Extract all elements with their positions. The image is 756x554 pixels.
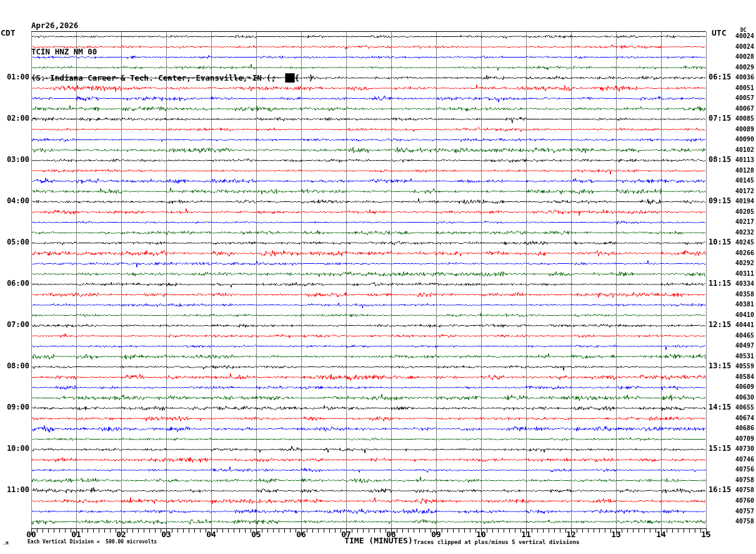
dc-value-label: 40024 — [735, 44, 754, 51]
header-date: Apr26,2026 — [31, 21, 314, 30]
helicorder-page: Apr26,2026 TCIN HNZ NM 00 (S. Indiana Ca… — [0, 0, 756, 554]
dc-value-label: 40194 — [735, 198, 754, 205]
dc-value-label: 40757 — [735, 508, 754, 515]
dc-value-label: 40746 — [735, 456, 754, 463]
dc-value-label: 40145 — [735, 178, 754, 184]
dc-value-label: 40232 — [735, 229, 754, 236]
dc-value-label: 40756 — [735, 466, 754, 473]
dc-value-label: 40531 — [735, 353, 754, 360]
dc-value-label: 40036 — [735, 74, 754, 81]
dc-value-label: 40674 — [735, 415, 754, 422]
dc-value-label: 40205 — [735, 209, 754, 216]
utc-hour-label: 07:15 — [709, 114, 731, 123]
dc-value-label: 40358 — [735, 291, 754, 298]
dc-value-label: 40758 — [735, 477, 754, 484]
cdt-hour-label: 07:00 — [0, 321, 29, 329]
dc-value-label: 40497 — [735, 343, 754, 350]
dc-value-label: 40609 — [735, 384, 754, 391]
cdt-hour-label: 05:00 — [0, 238, 29, 246]
header-location: (S. Indiana Career & Tech. Center, Evans… — [31, 74, 314, 83]
x-tick-label: 11 — [516, 530, 536, 539]
dc-value-label: 40245 — [735, 239, 754, 246]
utc-hour-label: 08:15 — [709, 156, 731, 164]
dc-value-label: 40217 — [735, 219, 754, 226]
footer-mark: .M — [3, 541, 8, 546]
x-tick-label: 02 — [111, 530, 131, 539]
dc-value-label: 40029 — [735, 64, 754, 71]
dc-value-label: 40051 — [735, 85, 754, 92]
utc-hour-label: 12:15 — [709, 321, 731, 329]
dc-value-label: 40686 — [735, 425, 754, 432]
dc-value-label: 40292 — [735, 260, 754, 267]
x-tick-label: 15 — [696, 530, 716, 539]
utc-hour-label: 16:15 — [709, 486, 731, 494]
cdt-hour-label: 11:00 — [0, 486, 29, 494]
dc-value-label: 40709 — [735, 436, 754, 443]
dc-value-label: 40113 — [735, 157, 754, 164]
dc-value-label: 40465 — [735, 333, 754, 340]
x-tick-label: 06 — [291, 530, 311, 539]
dc-value-label: 40730 — [735, 446, 754, 453]
x-tick-label: 00 — [21, 530, 41, 539]
dc-value-label: 40441 — [735, 322, 754, 329]
cdt-hour-label: 10:00 — [0, 445, 29, 453]
dc-value-label: 40266 — [735, 250, 754, 257]
utc-hour-label: 10:15 — [709, 238, 731, 246]
clip-note: Traces clipped at plus/minus 5 vertical … — [414, 540, 580, 545]
dc-value-label: 40334 — [735, 281, 754, 288]
dc-value-label: 40630 — [735, 395, 754, 401]
utc-hour-label: 13:15 — [709, 362, 731, 370]
dc-value-label: 40057 — [735, 95, 754, 102]
dc-value-label: 40655 — [735, 405, 754, 411]
x-tick-label: 03 — [156, 530, 176, 539]
x-tick-label: 14 — [651, 530, 671, 539]
cdt-hour-label: 04:00 — [0, 197, 29, 205]
utc-hour-label: 15:15 — [709, 445, 731, 453]
dc-value-label: 40102 — [735, 147, 754, 154]
right-axis-title: UTC — [712, 29, 726, 38]
dc-value-label: 40559 — [735, 363, 754, 370]
x-tick-label: 10 — [471, 530, 491, 539]
x-tick-label: 04 — [201, 530, 221, 539]
dc-value-label: 40381 — [735, 301, 754, 308]
dc-value-label: 40024 — [735, 33, 754, 40]
header-station: TCIN HNZ NM 00 — [31, 48, 314, 56]
dc-value-label: 40758 — [735, 518, 754, 525]
cdt-hour-label: 09:00 — [0, 403, 29, 411]
cdt-hour-label: 08:00 — [0, 362, 29, 370]
dc-value-label: 40128 — [735, 168, 754, 174]
dc-value-label: 40311 — [735, 271, 754, 278]
x-tick-label: 13 — [606, 530, 626, 539]
dc-value-label: 40085 — [735, 116, 754, 123]
x-tick-label: 01 — [66, 530, 86, 539]
dc-value-label: 40584 — [735, 374, 754, 381]
dc-value-label: 40760 — [735, 498, 754, 505]
utc-hour-label: 06:15 — [709, 73, 731, 81]
cdt-hour-label: 01:00 — [0, 73, 29, 81]
x-tick-label: 12 — [561, 530, 581, 539]
dc-value-label: 40090 — [735, 136, 754, 143]
utc-hour-label: 09:15 — [709, 197, 731, 205]
dc-value-label: 40028 — [735, 54, 754, 61]
scale-note: Each Vertical Division = 500.00 microvol… — [27, 540, 157, 545]
left-axis-title: CDT — [1, 29, 15, 38]
dc-value-label: 40410 — [735, 312, 754, 319]
utc-hour-label: 11:15 — [709, 280, 731, 288]
cdt-hour-label: 06:00 — [0, 280, 29, 288]
dc-value-label: 40758 — [735, 487, 754, 494]
utc-hour-label: 14:15 — [709, 403, 731, 411]
dc-value-label: 40089 — [735, 126, 754, 133]
cdt-hour-label: 02:00 — [0, 114, 29, 123]
x-tick-label: 05 — [246, 530, 266, 539]
dc-value-label: 40067 — [735, 106, 754, 113]
cdt-hour-label: 03:00 — [0, 156, 29, 164]
dc-value-label: 40172 — [735, 188, 754, 195]
header: Apr26,2026 TCIN HNZ NM 00 (S. Indiana Ca… — [31, 4, 314, 100]
